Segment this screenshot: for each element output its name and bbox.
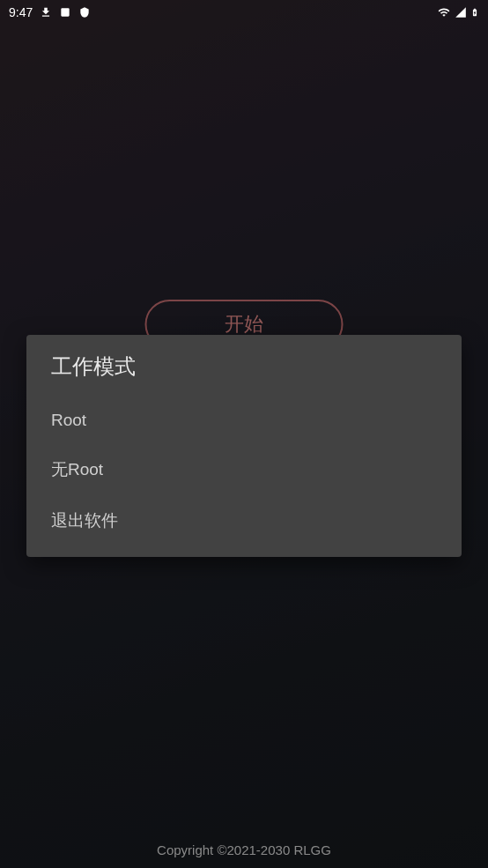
svg-rect-0 (62, 8, 70, 16)
status-bar: 9:47 (0, 0, 488, 25)
start-button-label: 开始 (225, 311, 263, 338)
work-mode-dialog: 工作模式 Root 无Root 退出软件 (26, 335, 462, 557)
dialog-option-no-root[interactable]: 无Root (26, 444, 462, 495)
status-bar-right (437, 5, 479, 19)
signal-icon (455, 6, 467, 19)
download-icon (40, 6, 52, 19)
wifi-icon (437, 6, 451, 19)
battery-icon (470, 5, 479, 19)
dialog-title: 工作模式 (26, 352, 462, 397)
shield-icon (78, 6, 91, 19)
dialog-option-root[interactable]: Root (26, 397, 462, 444)
app-notification-icon (59, 6, 71, 19)
dialog-option-exit[interactable]: 退出软件 (26, 495, 462, 546)
status-time: 9:47 (9, 5, 33, 19)
status-bar-left: 9:47 (9, 5, 91, 19)
footer-copyright: Copyright ©2021-2030 RLGG (0, 842, 488, 857)
